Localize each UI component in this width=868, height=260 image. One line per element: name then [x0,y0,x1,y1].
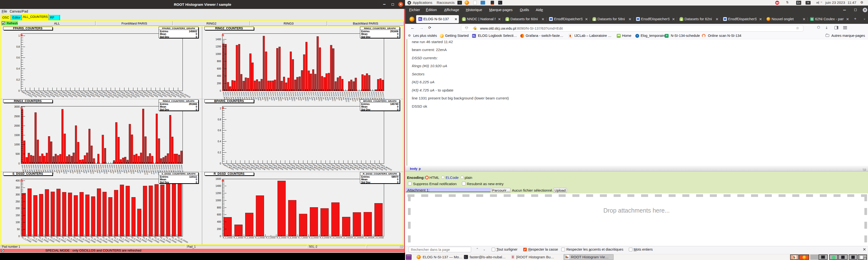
svg-text:0: 0 [18,235,20,237]
svg-text:Std Dev: Std Dev [361,108,371,111]
svg-text:S_DSSD_COUNTERS: S_DSSD_COUNTERS [12,172,43,176]
svg-text:1600: 1600 [216,178,221,180]
svg-text:1400: 1400 [216,38,221,41]
svg-text:1000: 1000 [216,199,221,202]
svg-text:Mean: Mean [160,33,166,35]
svg-text:0.6: 0.6 [218,129,221,132]
svg-text:0: 0 [18,89,20,92]
svg-text:3000: 3000 [14,105,20,108]
svg-text:R: R [222,179,224,183]
svg-text:Mean: Mean [160,178,166,181]
svg-text:145740: 145740 [390,103,399,105]
svg-text:Mean: Mean [361,105,368,108]
svg-text:RING2_COUNTERS_GRAPH: RING2_COUNTERS_GRAPH [364,27,396,30]
svg-text:800: 800 [217,206,221,209]
svg-text:0: 0 [196,36,197,38]
svg-text:600: 600 [217,67,221,70]
svg-text:Std Dev: Std Dev [160,108,169,111]
svg-text:0: 0 [397,108,399,111]
svg-text:R_DSSD_COUNTERS: R_DSSD_COUNTERS [214,172,245,176]
svg-text:0: 0 [196,105,197,108]
svg-text:100: 100 [16,221,20,224]
svg-text:R_2_DSSD: R_2_DSSD [245,237,254,239]
svg-text:500: 500 [16,153,20,155]
svg-text:145602: 145602 [189,30,197,33]
svg-text:58970: 58970 [392,176,399,178]
svg-text:1400: 1400 [216,185,221,187]
svg-text:0: 0 [397,36,399,38]
svg-text:R_0_DSSD: R_0_DSSD [223,237,233,239]
svg-text:Mean: Mean [361,178,368,181]
svg-text:0: 0 [220,235,221,237]
svg-text:Mean: Mean [361,33,368,35]
svg-text:0.8: 0.8 [218,118,221,121]
svg-text:Std Dev: Std Dev [160,36,169,38]
svg-text:291666: 291666 [189,103,197,105]
svg-text:BPARIS_COUNTERS_GRAPH: BPARIS_COUNTERS_GRAPH [363,100,396,102]
svg-text:0.2: 0.2 [218,151,221,154]
svg-text:1000: 1000 [216,53,221,55]
svg-text:R_5_DSSD: R_5_DSSD [277,237,287,239]
svg-text:Entries: Entries [361,103,370,105]
svg-text:1: 1 [220,107,221,110]
svg-text:2500: 2500 [14,115,20,118]
svg-text:R_DSSD_COUNTERS_GRAPH: R_DSSD_COUNTERS_GRAPH [363,172,397,175]
svg-text:400: 400 [217,75,221,77]
svg-text:R_3_DSSD: R_3_DSSD [255,237,265,239]
svg-text:1200: 1200 [216,45,221,48]
svg-text:200: 200 [217,82,221,85]
svg-text:Entries: Entries [160,103,168,105]
svg-text:350: 350 [16,186,20,189]
svg-text:291606: 291606 [390,30,399,33]
svg-text:250: 250 [16,200,20,203]
svg-text:110111: 110111 [189,176,197,178]
svg-text:0.4: 0.4 [218,140,221,143]
svg-text:50: 50 [17,228,20,231]
svg-text:FPARIS_COUNTERS_GRAPH: FPARIS_COUNTERS_GRAPH [162,27,195,30]
svg-text:0.2: 0.2 [17,78,20,81]
svg-text:1200: 1200 [216,192,221,194]
svg-text:600: 600 [217,213,221,216]
svg-text:0.8: 0.8 [17,45,20,48]
svg-text:0: 0 [196,108,197,111]
svg-text:400: 400 [16,179,20,182]
svg-text:R_1_DSSD: R_1_DSSD [234,237,244,239]
svg-text:0: 0 [397,33,399,35]
svg-text:Entries: Entries [361,176,370,178]
svg-text:RING3_COUNTERS_GRAPH: RING3_COUNTERS_GRAPH [163,100,194,102]
svg-text:0.4: 0.4 [17,67,20,70]
svg-text:0: 0 [397,178,399,181]
svg-text:R: R [222,106,224,110]
svg-text:R: R [21,179,23,183]
svg-text:1500: 1500 [14,134,20,137]
svg-text:S_DSSD_COUNTERS_GRAPH: S_DSSD_COUNTERS_GRAPH [161,172,195,175]
svg-text:Entries: Entries [160,176,168,178]
svg-text:R_11_DSSD: R_11_DSSD [341,237,351,239]
svg-text:0: 0 [18,162,20,165]
svg-text:Mean: Mean [160,105,166,108]
svg-text:R_9_DSSD: R_9_DSSD [320,237,330,239]
svg-text:1000: 1000 [14,143,20,146]
svg-text:0: 0 [220,89,221,92]
svg-text:FPARIS_COUNTERS: FPARIS_COUNTERS [13,27,42,30]
svg-text:R: R [21,33,23,37]
svg-text:RING3_COUNTERS: RING3_COUNTERS [14,100,41,103]
svg-text:Std Dev: Std Dev [361,36,371,38]
svg-text:800: 800 [217,60,221,63]
svg-text:R_7_DSSD: R_7_DSSD [298,237,308,239]
svg-text:Std Dev: Std Dev [160,181,169,184]
svg-text:0.6: 0.6 [17,56,20,59]
svg-text:Entries: Entries [160,30,168,33]
svg-text:300: 300 [16,193,20,196]
svg-text:2000: 2000 [14,124,20,127]
svg-text:1: 1 [18,34,20,37]
svg-text:0: 0 [196,181,197,184]
svg-text:R_13_DSSD: R_13_DSSD [362,237,373,239]
svg-text:R_8_DSSD: R_8_DSSD [309,237,319,239]
svg-text:Entries: Entries [361,30,370,33]
svg-text:BPARIS_COUNTERS: BPARIS_COUNTERS [214,100,244,103]
svg-text:R_6_DSSD: R_6_DSSD [287,237,297,239]
svg-text:0: 0 [220,162,221,165]
svg-text:400: 400 [217,221,221,223]
svg-text:R: R [222,33,224,37]
